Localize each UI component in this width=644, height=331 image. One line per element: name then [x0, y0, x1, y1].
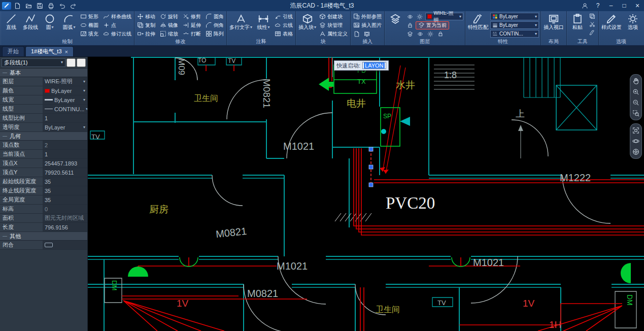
layer-isolate-button[interactable] — [416, 30, 425, 38]
set-current-layer-button[interactable]: 置为当前 — [416, 21, 449, 29]
object-color-select[interactable]: ByLayer▾ — [490, 13, 539, 20]
start-width-value[interactable]: 35 — [43, 177, 87, 186]
hatch-button[interactable]: 填充 — [79, 29, 99, 38]
group-label-layout[interactable]: 布局 — [543, 39, 565, 45]
group-label-layers[interactable]: 图层 — [386, 39, 463, 45]
revision-cloud-button[interactable]: 修订云线 — [102, 29, 132, 38]
ole-object-button[interactable] — [362, 30, 371, 38]
minimize-button[interactable]: – — [604, 0, 618, 11]
vertex-x-value[interactable]: 254457.1893 — [43, 159, 87, 168]
drawing-canvas[interactable]: M09 TO TV FD TX 水井 电井 1:8 上 卫生间 M0821 M1… — [88, 57, 644, 331]
current-vertex-value[interactable]: 1 — [43, 150, 87, 158]
user-account-button[interactable] — [578, 0, 591, 11]
linear-dimension-button[interactable]: 线性▾ — [254, 12, 273, 39]
close-button[interactable]: × — [631, 0, 644, 11]
insert-block-button[interactable]: 插入块▾ — [297, 12, 317, 39]
tab-start[interactable]: 开始 — [2, 46, 24, 56]
style-settings-button[interactable]: 样式设置 — [600, 12, 623, 39]
rotate-button[interactable]: 旋转 — [159, 12, 179, 21]
vertex-y-value[interactable]: 79920.5611 — [43, 168, 87, 177]
copy-clip-button[interactable] — [588, 12, 597, 20]
xref-button[interactable]: 外部参照 — [352, 12, 383, 21]
mtext-button[interactable]: 多行文字▾ — [228, 12, 253, 39]
zoom-out-button[interactable] — [631, 98, 640, 107]
lineweight-value-select[interactable]: ByLayer▾ — [43, 95, 87, 104]
closed-toggle-cell[interactable] — [43, 241, 87, 249]
chamfer-button[interactable]: 倒角 — [205, 21, 225, 29]
grip[interactable] — [369, 147, 373, 151]
quick-select-button[interactable] — [77, 58, 86, 67]
leader-button[interactable]: 引线 — [274, 12, 294, 21]
app-logo[interactable] — [2, 2, 11, 10]
plot-button[interactable] — [46, 1, 56, 11]
break-button[interactable]: 打断 — [182, 29, 202, 38]
layer-states-button[interactable] — [405, 30, 415, 38]
help-button[interactable]: ? — [591, 0, 604, 11]
fillet-button[interactable]: 圆角 — [205, 12, 225, 21]
undo-button[interactable] — [57, 1, 67, 11]
section-basic[interactable]: —基本 — [0, 69, 87, 77]
layer-lock-button[interactable] — [405, 21, 415, 29]
redo-button[interactable] — [68, 1, 78, 11]
trim-button[interactable]: 修剪 — [182, 12, 202, 21]
insert-image-button[interactable]: 插入图片 — [352, 21, 383, 29]
stretch-button[interactable]: 拉伸 — [136, 29, 156, 38]
group-label-options[interactable]: 选项 — [600, 39, 642, 45]
transparency-value-select[interactable]: ByLayer▾ — [43, 123, 87, 131]
polyline-button[interactable]: 多段线 — [21, 12, 40, 39]
tab-close-icon[interactable]: × — [65, 49, 68, 55]
layer-unlock-button[interactable] — [436, 30, 445, 38]
command-input[interactable]: LAYON — [362, 62, 386, 69]
color-value-select[interactable]: ByLayer▾ — [43, 86, 87, 95]
linetype-select[interactable]: CONTIN...▾ — [490, 30, 539, 38]
pan-button[interactable] — [631, 77, 640, 86]
paste-button[interactable]: 粘贴 — [568, 12, 587, 39]
group-label-modify[interactable]: 修改 — [136, 39, 225, 45]
orbit-button[interactable] — [631, 137, 640, 146]
section-geometry[interactable]: —几何 — [0, 132, 87, 141]
layer-thaw-button[interactable] — [426, 30, 435, 38]
end-width-value[interactable]: 35 — [43, 186, 87, 195]
table-button[interactable]: 表格 — [274, 29, 294, 38]
group-label-annotate[interactable]: 注释 — [228, 39, 294, 45]
match-properties-button[interactable]: 特性匹配 — [467, 12, 489, 39]
cloud-button[interactable]: 云线 — [274, 21, 294, 29]
layer-on-off-button[interactable] — [405, 13, 415, 21]
layer-manager-button[interactable] — [386, 12, 404, 39]
cut-clip-button[interactable] — [588, 20, 597, 28]
elevation-value[interactable]: 0 — [43, 205, 87, 213]
insert-viewport-button[interactable]: 插入视口 — [543, 12, 565, 39]
mirror-button[interactable]: 镜像 — [159, 21, 179, 29]
lineweight-select[interactable]: ByLayer▾ — [490, 21, 539, 29]
attribute-define-button[interactable]: 属性定义 — [318, 29, 349, 38]
scale-button[interactable]: 缩放 — [159, 29, 179, 38]
line-button[interactable]: 直线 — [2, 12, 20, 39]
global-width-value[interactable]: 35 — [43, 195, 87, 204]
point-button[interactable]: 点 — [102, 21, 132, 29]
group-label-insert[interactable]: 插入 — [352, 39, 383, 45]
maximize-button[interactable]: □ — [618, 0, 631, 11]
new-button[interactable] — [12, 1, 22, 11]
save-button[interactable] — [35, 1, 45, 11]
zoom-window-button[interactable] — [631, 109, 640, 118]
options-button[interactable]: 选项 — [624, 12, 642, 39]
ltscale-value[interactable]: 1 — [43, 114, 87, 122]
group-label-tools[interactable]: 工具 — [568, 39, 597, 45]
open-button[interactable] — [23, 1, 33, 11]
zoom-in-button[interactable] — [631, 87, 640, 96]
move-button[interactable]: 移动 — [136, 12, 156, 21]
nav-wheel-button[interactable] — [631, 147, 640, 156]
zoom-extents-button[interactable] — [631, 126, 640, 135]
pdf-underlay-button[interactable] — [352, 30, 361, 38]
object-type-select[interactable]: 多段线(1)▾ — [2, 58, 65, 67]
arc-button[interactable]: 圆弧▾ — [60, 12, 78, 39]
group-label-block[interactable]: 块 — [297, 39, 349, 45]
match-tool-button[interactable] — [588, 28, 597, 37]
spline-button[interactable]: 样条曲线 — [102, 12, 132, 21]
block-manager-button[interactable]: 块管理 — [318, 21, 349, 29]
layer-select[interactable]: WIRE-照明 ▾ — [425, 13, 463, 20]
copy-button[interactable]: 复制 — [136, 21, 156, 29]
layer-value-select[interactable]: WIRE-照明▾ — [43, 77, 87, 86]
group-label-draw[interactable]: 绘制 — [2, 39, 132, 45]
extend-button[interactable]: 延伸 — [182, 21, 202, 29]
